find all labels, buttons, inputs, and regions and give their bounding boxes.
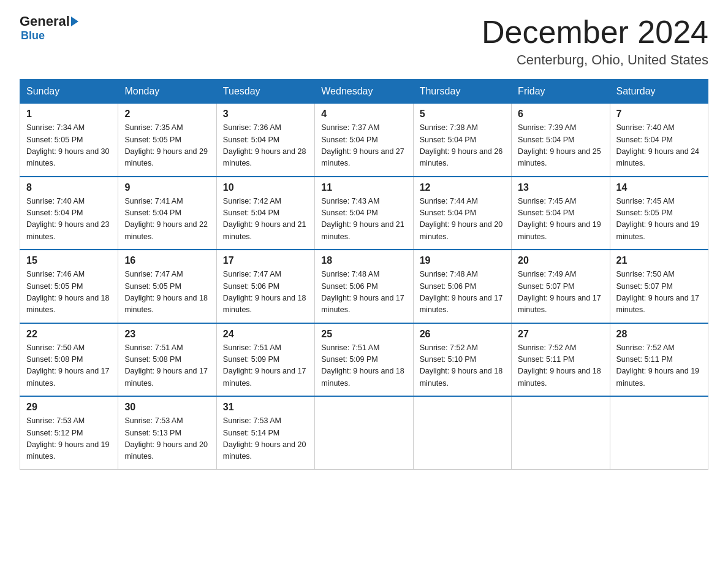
- calendar-header-row: Sunday Monday Tuesday Wednesday Thursday…: [20, 80, 708, 104]
- day-number: 3: [223, 109, 308, 120]
- day-info: Sunrise: 7:53 AMSunset: 5:13 PMDaylight:…: [124, 416, 208, 461]
- day-info: Sunrise: 7:45 AMSunset: 5:05 PMDaylight:…: [616, 197, 700, 241]
- day-info: Sunrise: 7:45 AMSunset: 5:04 PMDaylight:…: [518, 197, 601, 241]
- day-info: Sunrise: 7:51 AMSunset: 5:09 PMDaylight:…: [223, 343, 306, 388]
- table-row: 10 Sunrise: 7:42 AMSunset: 5:04 PMDaylig…: [216, 177, 314, 250]
- day-number: 2: [124, 109, 210, 120]
- day-number: 13: [518, 182, 603, 193]
- day-number: 29: [26, 402, 112, 413]
- day-info: Sunrise: 7:38 AMSunset: 5:04 PMDaylight:…: [420, 123, 503, 167]
- day-info: Sunrise: 7:47 AMSunset: 5:06 PMDaylight:…: [223, 270, 306, 314]
- table-row: [512, 396, 610, 469]
- table-row: 7 Sunrise: 7:40 AMSunset: 5:04 PMDayligh…: [610, 104, 708, 177]
- table-row: 26 Sunrise: 7:52 AMSunset: 5:10 PMDaylig…: [413, 323, 511, 397]
- col-thursday: Thursday: [413, 80, 511, 104]
- table-row: 23 Sunrise: 7:51 AMSunset: 5:08 PMDaylig…: [118, 323, 216, 397]
- day-info: Sunrise: 7:50 AMSunset: 5:07 PMDaylight:…: [616, 270, 700, 314]
- table-row: 22 Sunrise: 7:50 AMSunset: 5:08 PMDaylig…: [20, 323, 118, 397]
- day-info: Sunrise: 7:50 AMSunset: 5:08 PMDaylight:…: [26, 343, 110, 388]
- table-row: [315, 396, 413, 469]
- day-info: Sunrise: 7:44 AMSunset: 5:04 PMDaylight:…: [420, 197, 503, 241]
- day-info: Sunrise: 7:37 AMSunset: 5:04 PMDaylight:…: [321, 123, 404, 167]
- day-number: 30: [124, 402, 210, 413]
- day-info: Sunrise: 7:51 AMSunset: 5:08 PMDaylight:…: [124, 343, 208, 388]
- table-row: 15 Sunrise: 7:46 AMSunset: 5:05 PMDaylig…: [20, 250, 118, 323]
- day-number: 8: [26, 182, 112, 193]
- table-row: 16 Sunrise: 7:47 AMSunset: 5:05 PMDaylig…: [118, 250, 216, 323]
- day-info: Sunrise: 7:53 AMSunset: 5:12 PMDaylight:…: [26, 416, 110, 461]
- logo-general-text: General: [20, 15, 70, 28]
- day-info: Sunrise: 7:52 AMSunset: 5:11 PMDaylight:…: [518, 343, 601, 388]
- table-row: 11 Sunrise: 7:43 AMSunset: 5:04 PMDaylig…: [315, 177, 413, 250]
- day-number: 22: [26, 329, 112, 340]
- day-info: Sunrise: 7:39 AMSunset: 5:04 PMDaylight:…: [518, 123, 601, 167]
- calendar-week-row: 15 Sunrise: 7:46 AMSunset: 5:05 PMDaylig…: [20, 250, 708, 323]
- logo: General Blue: [20, 15, 78, 42]
- day-number: 11: [321, 182, 406, 193]
- table-row: 21 Sunrise: 7:50 AMSunset: 5:07 PMDaylig…: [610, 250, 708, 323]
- logo-arrow-icon: [71, 17, 78, 26]
- day-number: 5: [420, 109, 505, 120]
- table-row: 20 Sunrise: 7:49 AMSunset: 5:07 PMDaylig…: [512, 250, 610, 323]
- table-row: 25 Sunrise: 7:51 AMSunset: 5:09 PMDaylig…: [315, 323, 413, 397]
- day-number: 9: [124, 182, 210, 193]
- col-friday: Friday: [512, 80, 610, 104]
- location-title: Centerburg, Ohio, United States: [482, 52, 708, 68]
- table-row: 31 Sunrise: 7:53 AMSunset: 5:14 PMDaylig…: [216, 396, 314, 469]
- title-block: December 2024 Centerburg, Ohio, United S…: [482, 15, 708, 68]
- day-number: 20: [518, 255, 603, 266]
- day-info: Sunrise: 7:36 AMSunset: 5:04 PMDaylight:…: [223, 123, 306, 167]
- calendar-table: Sunday Monday Tuesday Wednesday Thursday…: [20, 79, 708, 470]
- day-number: 31: [223, 402, 308, 413]
- calendar-week-row: 1 Sunrise: 7:34 AMSunset: 5:05 PMDayligh…: [20, 104, 708, 177]
- day-info: Sunrise: 7:52 AMSunset: 5:10 PMDaylight:…: [420, 343, 503, 388]
- table-row: 8 Sunrise: 7:40 AMSunset: 5:04 PMDayligh…: [20, 177, 118, 250]
- table-row: 9 Sunrise: 7:41 AMSunset: 5:04 PMDayligh…: [118, 177, 216, 250]
- col-wednesday: Wednesday: [315, 80, 413, 104]
- table-row: 28 Sunrise: 7:52 AMSunset: 5:11 PMDaylig…: [610, 323, 708, 397]
- day-number: 7: [616, 109, 702, 120]
- day-info: Sunrise: 7:48 AMSunset: 5:06 PMDaylight:…: [321, 270, 404, 314]
- day-info: Sunrise: 7:41 AMSunset: 5:04 PMDaylight:…: [124, 197, 208, 241]
- day-number: 17: [223, 255, 308, 266]
- day-info: Sunrise: 7:49 AMSunset: 5:07 PMDaylight:…: [518, 270, 601, 314]
- day-number: 25: [321, 329, 406, 340]
- table-row: 18 Sunrise: 7:48 AMSunset: 5:06 PMDaylig…: [315, 250, 413, 323]
- col-sunday: Sunday: [20, 80, 118, 104]
- table-row: 5 Sunrise: 7:38 AMSunset: 5:04 PMDayligh…: [413, 104, 511, 177]
- day-number: 10: [223, 182, 308, 193]
- day-info: Sunrise: 7:43 AMSunset: 5:04 PMDaylight:…: [321, 197, 404, 241]
- day-number: 1: [26, 109, 112, 120]
- day-number: 19: [420, 255, 505, 266]
- col-monday: Monday: [118, 80, 216, 104]
- day-number: 26: [420, 329, 505, 340]
- table-row: 6 Sunrise: 7:39 AMSunset: 5:04 PMDayligh…: [512, 104, 610, 177]
- logo-blue-text: Blue: [21, 29, 45, 42]
- day-number: 16: [124, 255, 210, 266]
- table-row: 14 Sunrise: 7:45 AMSunset: 5:05 PMDaylig…: [610, 177, 708, 250]
- day-info: Sunrise: 7:40 AMSunset: 5:04 PMDaylight:…: [26, 197, 110, 241]
- calendar-week-row: 29 Sunrise: 7:53 AMSunset: 5:12 PMDaylig…: [20, 396, 708, 469]
- day-info: Sunrise: 7:46 AMSunset: 5:05 PMDaylight:…: [26, 270, 110, 314]
- table-row: 30 Sunrise: 7:53 AMSunset: 5:13 PMDaylig…: [118, 396, 216, 469]
- day-info: Sunrise: 7:35 AMSunset: 5:05 PMDaylight:…: [124, 123, 208, 167]
- day-number: 24: [223, 329, 308, 340]
- day-info: Sunrise: 7:53 AMSunset: 5:14 PMDaylight:…: [223, 416, 306, 461]
- day-number: 21: [616, 255, 702, 266]
- table-row: 24 Sunrise: 7:51 AMSunset: 5:09 PMDaylig…: [216, 323, 314, 397]
- table-row: 3 Sunrise: 7:36 AMSunset: 5:04 PMDayligh…: [216, 104, 314, 177]
- table-row: 2 Sunrise: 7:35 AMSunset: 5:05 PMDayligh…: [118, 104, 216, 177]
- calendar-week-row: 8 Sunrise: 7:40 AMSunset: 5:04 PMDayligh…: [20, 177, 708, 250]
- day-number: 15: [26, 255, 112, 266]
- day-number: 28: [616, 329, 702, 340]
- table-row: 12 Sunrise: 7:44 AMSunset: 5:04 PMDaylig…: [413, 177, 511, 250]
- col-tuesday: Tuesday: [216, 80, 314, 104]
- day-number: 23: [124, 329, 210, 340]
- day-info: Sunrise: 7:47 AMSunset: 5:05 PMDaylight:…: [124, 270, 208, 314]
- table-row: 27 Sunrise: 7:52 AMSunset: 5:11 PMDaylig…: [512, 323, 610, 397]
- day-number: 14: [616, 182, 702, 193]
- day-info: Sunrise: 7:51 AMSunset: 5:09 PMDaylight:…: [321, 343, 404, 388]
- col-saturday: Saturday: [610, 80, 708, 104]
- day-number: 27: [518, 329, 603, 340]
- day-info: Sunrise: 7:40 AMSunset: 5:04 PMDaylight:…: [616, 123, 700, 167]
